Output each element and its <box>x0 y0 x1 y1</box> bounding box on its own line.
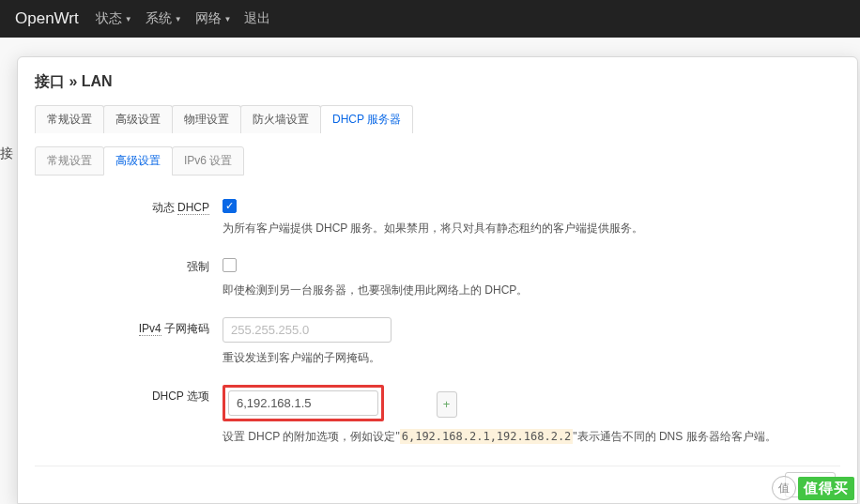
row-force: 强制 即使检测到另一台服务器，也要强制使用此网络上的 DHCP。 <box>35 255 840 298</box>
chevron-down-icon: ▼ <box>125 15 132 23</box>
watermark-green: 值得买 <box>798 477 854 500</box>
label-dynamic-dhcp: 动态 DHCP <box>35 196 223 216</box>
top-menu: 状态▼ 系统▼ 网络▼ 退出 <box>96 10 271 27</box>
dhcp-subtabs: 常规设置 高级设置 IPv6 设置 <box>35 146 840 176</box>
label-netmask: IPv4 子网掩码 <box>35 317 223 337</box>
checkbox-force[interactable] <box>223 258 237 272</box>
row-netmask: IPv4 子网掩码 重设发送到客户端的子网掩码。 <box>35 317 840 366</box>
row-dhcp-options: DHCP 选项 + 设置 DHCP 的附加选项，例如设定"6,192.168.2… <box>35 385 840 445</box>
menu-network[interactable]: 网络▼ <box>195 10 232 27</box>
help-dhcp-options: 设置 DHCP 的附加选项，例如设定"6,192.168.2.1,192.168… <box>223 429 840 445</box>
checkbox-dynamic-dhcp[interactable]: ✓ <box>223 199 237 213</box>
top-menu-bar: OpenWrt 状态▼ 系统▼ 网络▼ 退出 <box>0 0 860 38</box>
help-dynamic-dhcp: 为所有客户端提供 DHCP 服务。如果禁用，将只对具有静态租约的客户端提供服务。 <box>223 221 840 237</box>
subtab-advanced[interactable]: 高级设置 <box>103 146 173 176</box>
help-force: 即使检测到另一台服务器，也要强制使用此网络上的 DHCP。 <box>223 283 840 298</box>
add-option-button[interactable]: + <box>437 391 457 418</box>
modal-footer: 关闭 <box>35 466 840 503</box>
subtab-general[interactable]: 常规设置 <box>35 146 104 176</box>
subtab-ipv6[interactable]: IPv6 设置 <box>172 146 244 176</box>
watermark: 值 什么 值得买 <box>772 476 854 500</box>
tab-general[interactable]: 常规设置 <box>35 105 104 133</box>
tab-dhcp-server[interactable]: DHCP 服务器 <box>320 105 413 133</box>
background-cut-text: 接 <box>0 145 13 162</box>
tab-physical[interactable]: 物理设置 <box>172 105 241 133</box>
label-force: 强制 <box>35 255 223 275</box>
modal-tabs: 常规设置 高级设置 物理设置 防火墙设置 DHCP 服务器 <box>35 105 840 133</box>
help-netmask: 重设发送到客户端的子网掩码。 <box>223 350 840 366</box>
menu-status[interactable]: 状态▼ <box>96 10 132 27</box>
highlight-box <box>223 385 384 421</box>
input-dhcp-options[interactable] <box>228 390 378 416</box>
row-dynamic-dhcp: 动态 DHCP ✓ 为所有客户端提供 DHCP 服务。如果禁用，将只对具有静态租… <box>35 196 840 237</box>
tab-advanced[interactable]: 高级设置 <box>103 105 173 133</box>
tab-firewall[interactable]: 防火墙设置 <box>240 105 321 133</box>
chevron-down-icon: ▼ <box>224 15 232 23</box>
input-netmask[interactable] <box>223 317 392 343</box>
example-code: 6,192.168.2.1,192.168.2.2 <box>400 429 574 444</box>
interface-modal: 接口 » LAN 常规设置 高级设置 物理设置 防火墙设置 DHCP 服务器 常… <box>17 56 858 504</box>
label-dhcp-options: DHCP 选项 <box>35 385 223 405</box>
menu-logout[interactable]: 退出 <box>244 10 270 27</box>
chevron-down-icon: ▼ <box>175 15 182 23</box>
watermark-circle: 值 <box>772 476 796 500</box>
menu-system[interactable]: 系统▼ <box>146 10 182 27</box>
brand-label: OpenWrt <box>15 9 79 28</box>
modal-title: 接口 » LAN <box>35 72 840 92</box>
